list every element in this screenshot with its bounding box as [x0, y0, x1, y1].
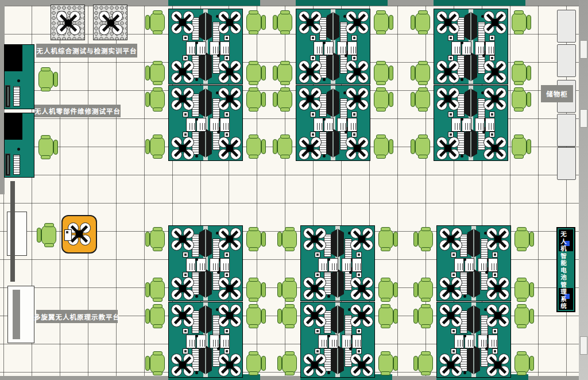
- battery-management-unit[interactable]: 无人机智能电池管理系统: [556, 227, 575, 312]
- chair[interactable]: [273, 135, 295, 159]
- storage-cabinet[interactable]: [557, 44, 576, 77]
- chair-seat: [418, 306, 433, 326]
- workstation-cluster[interactable]: [168, 9, 243, 161]
- drone-icon: [218, 137, 241, 160]
- storage-cabinet[interactable]: [557, 10, 576, 43]
- chair-arm: [153, 247, 163, 251]
- chair[interactable]: [244, 10, 266, 34]
- drone-icon: [439, 304, 462, 327]
- chair-arm: [249, 155, 258, 159]
- chair[interactable]: [277, 278, 299, 302]
- chair[interactable]: [145, 87, 167, 112]
- wall-cabinet-board[interactable]: [7, 286, 34, 343]
- repair-test-bench[interactable]: [4, 44, 34, 109]
- workstation-cluster[interactable]: [436, 225, 511, 378]
- chair[interactable]: [273, 10, 295, 34]
- chair[interactable]: [512, 304, 534, 328]
- chair-seat: [512, 90, 527, 109]
- tag-icon: [492, 252, 498, 258]
- chair[interactable]: [372, 135, 393, 159]
- chair[interactable]: [36, 135, 58, 159]
- chair[interactable]: [277, 304, 299, 328]
- workstation-cluster[interactable]: [434, 9, 508, 161]
- multirotor-demo-pad[interactable]: [61, 215, 97, 254]
- monitor-icon: [331, 305, 344, 334]
- paper-icon: [186, 41, 196, 55]
- chair-seat: [150, 354, 165, 373]
- chair[interactable]: [277, 351, 299, 375]
- chair[interactable]: [273, 61, 295, 85]
- chair[interactable]: [244, 135, 266, 159]
- chair[interactable]: [376, 278, 398, 302]
- chair-back: [145, 232, 150, 247]
- storage-cabinet[interactable]: [557, 114, 576, 147]
- chair[interactable]: [145, 10, 167, 34]
- chair[interactable]: [509, 135, 531, 159]
- tag-icon: [489, 35, 495, 41]
- chair[interactable]: [145, 227, 167, 251]
- chair[interactable]: [37, 223, 59, 247]
- chair[interactable]: [376, 351, 398, 375]
- paper-icon: [454, 335, 464, 348]
- chair[interactable]: [411, 135, 432, 159]
- paper-icon: [485, 41, 495, 55]
- chair[interactable]: [413, 304, 435, 328]
- chair[interactable]: [413, 351, 435, 375]
- chair[interactable]: [244, 61, 266, 85]
- tag-icon: [310, 112, 316, 117]
- chair-seat: [150, 63, 165, 83]
- chair[interactable]: [509, 10, 531, 34]
- chair-arm: [249, 61, 258, 65]
- chair[interactable]: [145, 61, 167, 85]
- chair-arm: [376, 81, 386, 85]
- chair[interactable]: [244, 351, 266, 375]
- chair-arm: [280, 30, 290, 34]
- chair[interactable]: [145, 278, 167, 302]
- chair[interactable]: [376, 227, 398, 251]
- chair[interactable]: [413, 227, 435, 251]
- chair[interactable]: [244, 87, 266, 112]
- chair-arm: [517, 227, 527, 231]
- chair[interactable]: [244, 304, 266, 328]
- chair[interactable]: [411, 87, 432, 112]
- chair[interactable]: [277, 227, 299, 251]
- chair[interactable]: [244, 278, 266, 302]
- chair-seat: [246, 90, 261, 109]
- chair[interactable]: [413, 278, 435, 302]
- chair[interactable]: [145, 351, 167, 375]
- chair[interactable]: [512, 351, 534, 375]
- chair-arm: [249, 10, 258, 14]
- chair[interactable]: [372, 61, 393, 85]
- chair[interactable]: [512, 227, 534, 251]
- chair[interactable]: [36, 67, 58, 91]
- chair[interactable]: [273, 87, 295, 112]
- chair-arm: [418, 30, 428, 34]
- chair[interactable]: [145, 304, 167, 328]
- chair[interactable]: [509, 87, 531, 112]
- chair[interactable]: [372, 87, 393, 112]
- workstation-cluster[interactable]: [296, 9, 370, 161]
- chair[interactable]: [509, 61, 531, 85]
- drone-net-cage[interactable]: [93, 5, 127, 40]
- chair-seat: [512, 13, 527, 32]
- workstation-cluster[interactable]: [168, 225, 243, 378]
- keyboard-icon: [13, 155, 20, 175]
- paper-icon: [352, 335, 362, 348]
- chair-seat: [246, 229, 261, 249]
- chair-back: [277, 232, 282, 247]
- chair[interactable]: [411, 10, 432, 34]
- monitor-icon: [467, 269, 480, 298]
- chair[interactable]: [244, 227, 266, 251]
- chair[interactable]: [372, 10, 393, 34]
- drone-icon: [483, 60, 506, 83]
- chair[interactable]: [411, 61, 432, 85]
- chair-arm: [153, 304, 163, 308]
- drone-net-cage[interactable]: [51, 5, 85, 40]
- workstation-cluster[interactable]: [300, 225, 375, 378]
- storage-cabinet[interactable]: [557, 147, 576, 180]
- projection-screen-bar[interactable]: [10, 181, 15, 282]
- chair[interactable]: [376, 304, 398, 328]
- chair[interactable]: [512, 278, 534, 302]
- chair[interactable]: [145, 135, 167, 159]
- repair-test-bench[interactable]: [4, 113, 34, 178]
